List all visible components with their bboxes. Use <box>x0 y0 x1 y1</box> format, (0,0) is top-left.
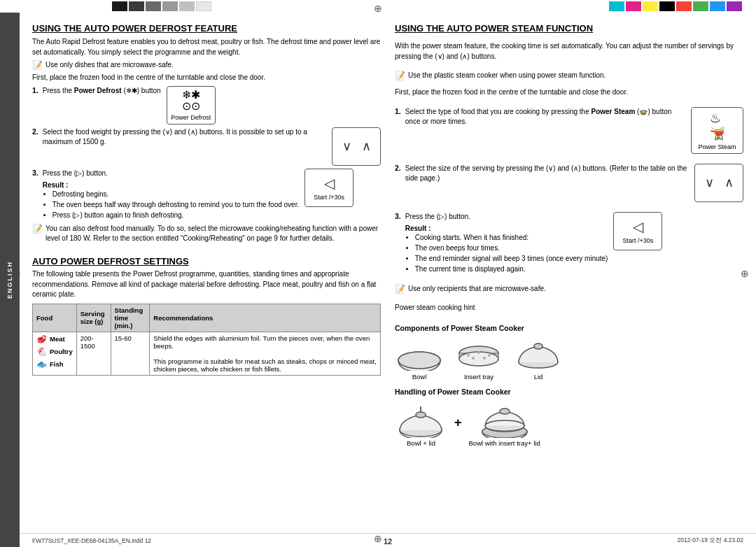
bullet-3: Press (▷) button again to finish defrost… <box>52 210 299 220</box>
svg-point-7 <box>488 354 491 357</box>
note-icon-1: 📝 <box>32 60 43 70</box>
bowl-svg <box>395 336 444 371</box>
steam-result-label: Result : <box>405 225 431 232</box>
component-tray: Insert tray <box>454 336 503 381</box>
handling-section: Handling of Power Steam Cooker Bowl + li… <box>395 388 743 447</box>
bowl-tray-lid-label: Bowl with insert tray+ lid <box>469 439 540 447</box>
svg-point-14 <box>416 412 426 418</box>
result-section: Result : Defrosting begins. The oven bee… <box>43 180 299 220</box>
step2-number: 2. <box>32 127 38 136</box>
steam-start-icon: ◁ <box>633 218 643 235</box>
top-bar: ⊕ <box>0 0 756 13</box>
defrost-title: USING THE AUTO POWER DEFROST FEATURE <box>32 23 381 34</box>
power-steam-button-box: ♨🫕 Power Steam <box>691 107 743 154</box>
footer-left: FW77SUST_XEE-DE68-04135A_EN.indd 12 <box>32 537 151 544</box>
svg-point-5 <box>467 354 470 357</box>
note-row-1: 📝 Use only dishes that are microwave-saf… <box>32 60 381 70</box>
steam-arrow-box: ∨ ∧ <box>694 164 743 202</box>
step3-text-area: Press the (▷) button. Result : Defrostin… <box>43 169 299 221</box>
col-serving: Servingsize (g) <box>76 304 111 332</box>
fish-icon: 🐟 <box>36 360 47 369</box>
tray-label: Insert tray <box>464 373 493 381</box>
start-icon: ◁ <box>324 175 335 192</box>
result-bullets: Defrosting begins. The oven beeps half w… <box>43 189 299 220</box>
steam-s2-number: 2. <box>395 164 401 172</box>
col-recommendations: Recommendations <box>150 304 381 332</box>
bullet-2: The oven beeps half way through defrosti… <box>52 199 299 210</box>
recommendations-cell: Shield the edges with aluminium foil. Tu… <box>150 332 381 375</box>
bowl-tray-lid-svg <box>473 399 536 438</box>
fish-label: Fish <box>50 360 64 368</box>
bowl-lid-item: Bowl + lid <box>395 399 447 447</box>
color-block-3 <box>146 1 161 11</box>
plus-item: + <box>454 415 462 430</box>
steam-s3-text-area: Press the (▷) button. Result : Cooking s… <box>405 212 608 275</box>
steam-s2-content: Select the size of the serving by pressi… <box>405 164 743 202</box>
power-defrost-icon: ❄✱⊙⊙ <box>182 90 200 112</box>
steam-s3-content: Press the (▷) button. Result : Cooking s… <box>405 212 663 275</box>
step1-text: Press the Power Defrost (❄︎✱) button <box>43 86 161 97</box>
power-defrost-text: Power Defrost <box>74 87 122 94</box>
bowl-label: Bowl <box>412 373 427 381</box>
sidebar: ENGLISH <box>0 13 20 547</box>
serving-cell: 200-1500 <box>76 332 111 375</box>
color-cyan <box>609 1 624 11</box>
bowl-lid-label: Bowl + lid <box>407 439 435 447</box>
col-food: Food <box>33 304 77 332</box>
bullet-1: Defrosting begins. <box>52 189 299 199</box>
color-green <box>693 1 708 11</box>
food-poultry: 🐔 Poultry <box>36 347 73 357</box>
power-steam-label: Power Steam <box>698 143 736 150</box>
color-block-6 <box>196 1 211 11</box>
bowl-lid-svg <box>395 399 447 438</box>
steam-note-text-2: Use only recipients that are microwave-s… <box>408 284 546 294</box>
left-color-blocks <box>112 1 211 11</box>
steam-step-3: 3. Press the (▷) button. Result : Cookin… <box>395 212 743 275</box>
table-row: 🥩 Meat 🐔 Poultry 🐟 Fish <box>33 332 381 375</box>
col-standing: Standingtime (min.) <box>111 304 150 332</box>
svg-point-11 <box>534 343 542 349</box>
color-violet <box>727 1 742 11</box>
step1-content: Press the Power Defrost (❄︎✱) button ❄✱⊙… <box>43 86 216 125</box>
meat-icon: 🥩 <box>36 334 47 344</box>
steam-start-box: ◁ Start /+30s <box>613 212 662 250</box>
up-arrow: ∧ <box>362 138 371 154</box>
defrost-step-1: 1. Press the Power Defrost (❄︎✱) button … <box>32 86 381 125</box>
svg-point-6 <box>477 351 480 354</box>
steam-bullet-1: Cooking starts. When it has finished: <box>415 232 608 243</box>
power-steam-text: Power Steam <box>592 108 636 115</box>
steam-bullet-2: The oven beeps four times. <box>415 243 608 253</box>
color-blue <box>710 1 725 11</box>
auto-defrost-settings: AUTO POWER DEFROST SETTINGS The followin… <box>32 252 381 376</box>
main-content: USING THE AUTO POWER DEFROST FEATURE The… <box>20 13 756 533</box>
steam-intro1: With the power steam feature, the cookin… <box>395 41 743 62</box>
defrost-step-2: 2. Select the food weight by pressing th… <box>32 127 381 166</box>
steam-intro2: First, place the frozen food in the cent… <box>395 87 743 98</box>
note-text-1: Use only dishes that are microwave-safe. <box>46 60 174 70</box>
start-button-box: ◁ Start /+30s <box>304 169 354 207</box>
footer: FW77SUST_XEE-DE68-04135A_EN.indd 12 12 2… <box>20 533 756 547</box>
poultry-icon: 🐔 <box>36 347 47 357</box>
steam-result-bullets: Cooking starts. When it has finished: Th… <box>405 232 608 274</box>
steam-note-icon-1: 📝 <box>395 71 405 80</box>
svg-point-1 <box>398 352 440 369</box>
tray-svg <box>454 336 503 371</box>
right-color-blocks <box>609 1 742 11</box>
steam-s1-content: Select the type of food that you are coo… <box>405 107 743 154</box>
defrost-settings-intro: The following table presents the Power D… <box>32 269 381 300</box>
poultry-label: Poultry <box>50 348 73 355</box>
svg-point-8 <box>472 357 475 360</box>
left-column: USING THE AUTO POWER DEFROST FEATURE The… <box>32 23 381 526</box>
steam-s2-text: Select the size of the serving by pressi… <box>405 164 689 184</box>
steam-step-1: 1. Select the type of food that you are … <box>395 107 743 154</box>
steam-pot-icon: ♨🫕 <box>710 111 725 141</box>
meat-label: Meat <box>50 335 65 343</box>
handling-row: Bowl + lid + <box>395 399 743 447</box>
step1-icon: (❄︎✱) <box>123 87 139 94</box>
steam-s1-number: 1. <box>395 107 401 115</box>
steam-result-section: Result : Cooking starts. When it has fin… <box>405 224 608 274</box>
steam-step-2: 2. Select the size of the serving by pre… <box>395 164 743 202</box>
step3-content: Press the (▷) button. Result : Defrostin… <box>43 169 354 221</box>
svg-point-23 <box>500 409 510 414</box>
auto-defrost-section: USING THE AUTO POWER DEFROST FEATURE The… <box>32 23 381 246</box>
